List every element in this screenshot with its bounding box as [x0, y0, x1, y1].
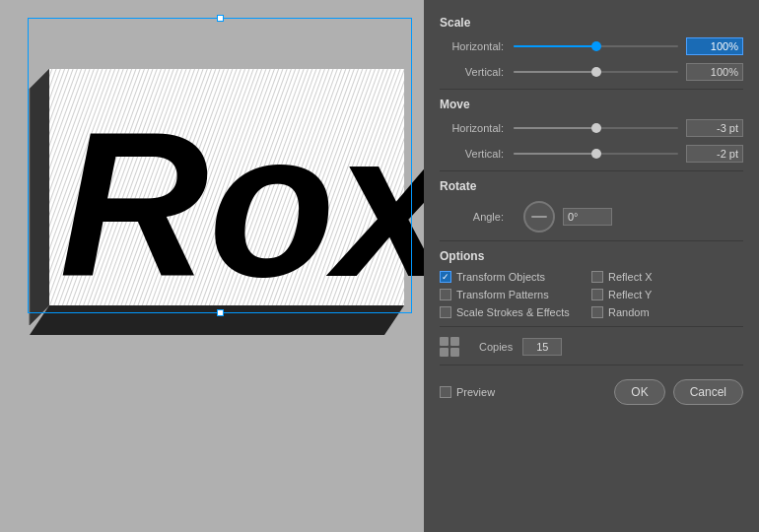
opt-transform-objects-row: Transform Objects — [440, 271, 591, 283]
opt-reflect-x-row: Reflect X — [591, 271, 743, 283]
scale-vertical-row: Vertical: — [440, 63, 743, 81]
opt-transform-patterns-row: Transform Patterns — [440, 289, 591, 300]
opt-reflect-x-checkbox[interactable] — [591, 271, 603, 283]
move-horizontal-input[interactable] — [686, 119, 743, 137]
opt-transform-objects-checkbox[interactable] — [440, 271, 451, 283]
rotate-section-title: Rotate — [440, 179, 743, 193]
opt-transform-patterns-checkbox[interactable] — [440, 289, 451, 300]
dial-minus-icon — [531, 216, 547, 218]
divider-4 — [440, 326, 743, 327]
svg-marker-2 — [30, 69, 49, 325]
opt-reflect-y-row: Reflect Y — [591, 289, 743, 300]
opt-scale-strokes-row: Scale Strokes & Effects — [440, 306, 591, 318]
move-horizontal-label: Horizontal: — [440, 122, 514, 134]
copies-label: Copies — [479, 341, 513, 353]
divider-5 — [440, 365, 743, 366]
preview-checkbox[interactable] — [440, 386, 451, 398]
preview-label: Preview — [456, 386, 495, 398]
opt-random-checkbox[interactable] — [591, 306, 603, 318]
move-vertical-input[interactable] — [686, 145, 743, 163]
opt-random-label: Random — [608, 306, 650, 318]
scale-horizontal-input[interactable] — [686, 37, 743, 55]
scale-horizontal-label: Horizontal: — [440, 40, 514, 52]
copies-input[interactable] — [522, 338, 562, 356]
scale-vertical-slider[interactable] — [514, 65, 678, 79]
opt-random-row: Random — [591, 306, 743, 318]
opt-reflect-y-label: Reflect Y — [608, 289, 652, 300]
svg-text:RoxO: RoxO — [59, 89, 424, 320]
opt-transform-patterns-label: Transform Patterns — [456, 289, 549, 300]
rotate-angle-label: Angle: — [440, 211, 514, 223]
divider-2 — [440, 170, 743, 171]
rotate-dial[interactable] — [523, 201, 555, 233]
divider-1 — [440, 89, 743, 90]
divider-3 — [440, 240, 743, 241]
move-horizontal-slider[interactable] — [514, 121, 678, 135]
rotate-angle-row: Angle: — [440, 201, 743, 233]
transform-panel: Scale Horizontal: Vertical: Move Horizon… — [424, 0, 759, 532]
scale-horizontal-row: Horizontal: — [440, 37, 743, 55]
canvas-area: RoxO — [0, 0, 424, 532]
scale-vertical-label: Vertical: — [440, 66, 514, 78]
scale-vertical-input[interactable] — [686, 63, 743, 81]
move-vertical-row: Vertical: — [440, 145, 743, 163]
footer-row: Preview OK Cancel — [440, 379, 743, 405]
scale-horizontal-slider[interactable] — [514, 39, 678, 53]
move-section-title: Move — [440, 98, 743, 111]
move-vertical-slider[interactable] — [514, 147, 678, 161]
opt-transform-objects-label: Transform Objects — [456, 271, 545, 283]
scale-section-title: Scale — [440, 16, 743, 30]
opt-scale-strokes-label: Scale Strokes & Effects — [456, 306, 570, 318]
move-vertical-label: Vertical: — [440, 148, 514, 160]
options-grid: Transform Objects Reflect X Transform Pa… — [440, 271, 743, 318]
options-section-title: Options — [440, 249, 743, 263]
copies-row: Copies — [440, 337, 743, 357]
opt-scale-strokes-checkbox[interactable] — [440, 306, 451, 318]
opt-reflect-x-label: Reflect X — [608, 271, 653, 283]
rotate-angle-input[interactable] — [563, 208, 612, 226]
opt-reflect-y-checkbox[interactable] — [591, 289, 603, 300]
ok-button[interactable]: OK — [614, 379, 664, 405]
preview-row: Preview — [440, 386, 606, 398]
move-horizontal-row: Horizontal: — [440, 119, 743, 137]
cancel-button[interactable]: Cancel — [673, 379, 743, 405]
copies-grid-icon — [440, 337, 459, 357]
